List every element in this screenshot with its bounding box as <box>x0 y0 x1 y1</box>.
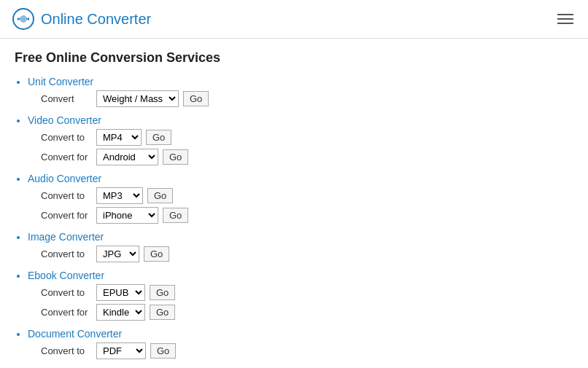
select-audio-converter-1[interactable]: iPhoneAndroidiPadSamsung <box>96 207 158 224</box>
go-button-document-converter-0[interactable]: Go <box>150 343 176 359</box>
go-button-image-converter-0[interactable]: Go <box>144 246 169 262</box>
go-button-audio-converter-1[interactable]: Go <box>163 208 188 223</box>
row-video-converter-1: Convert forAndroidiPhoneiPadSamsungGo <box>41 149 573 165</box>
section-title-video-converter[interactable]: Video Converter <box>28 114 573 126</box>
hamburger-line-3 <box>557 23 573 24</box>
row-image-converter-0: Convert toJPGPNGGIFBMPTIFFGo <box>41 246 573 262</box>
section-video-converter: Video ConverterConvert toMP4AVIMOVMKVWMV… <box>15 114 573 165</box>
row-ebook-converter-1: Convert forKindleNookKoboiPadGo <box>41 304 573 321</box>
row-ebook-converter-0: Convert toEPUBMOBIPDFAZW3Go <box>41 284 573 301</box>
row-video-converter-0: Convert toMP4AVIMOVMKVWMVGo <box>41 129 573 146</box>
go-button-ebook-converter-1[interactable]: Go <box>150 305 175 320</box>
select-image-converter-0[interactable]: JPGPNGGIFBMPTIFF <box>96 246 139 262</box>
section-title-ebook-converter[interactable]: Ebook Converter <box>28 270 573 281</box>
sections-container: Unit ConverterConvertWeight / MassLength… <box>15 76 573 359</box>
site-header: Online Converter <box>0 0 588 39</box>
section-document-converter: Document ConverterConvert toPDFDOCDOCXTX… <box>15 328 573 359</box>
go-button-video-converter-1[interactable]: Go <box>163 149 188 165</box>
row-label-unit-converter-0: Convert <box>41 93 92 104</box>
page-title: Free Online Conversion Services <box>15 50 573 66</box>
go-button-video-converter-0[interactable]: Go <box>146 130 171 145</box>
go-button-unit-converter-0[interactable]: Go <box>183 91 209 106</box>
hamburger-line-2 <box>557 18 573 20</box>
row-audio-converter-1: Convert foriPhoneAndroidiPadSamsungGo <box>41 207 573 224</box>
row-label-video-converter-1: Convert for <box>41 152 92 163</box>
logo-text: Online Converter <box>41 11 151 28</box>
section-title-document-converter[interactable]: Document Converter <box>28 328 573 340</box>
row-label-image-converter-0: Convert to <box>41 248 92 259</box>
row-label-ebook-converter-1: Convert for <box>41 307 92 318</box>
select-video-converter-1[interactable]: AndroidiPhoneiPadSamsung <box>96 149 158 165</box>
section-title-image-converter[interactable]: Image Converter <box>28 231 573 243</box>
row-label-audio-converter-0: Convert to <box>41 190 92 201</box>
logo-icon <box>12 7 35 31</box>
go-button-ebook-converter-0[interactable]: Go <box>150 285 175 300</box>
row-label-audio-converter-1: Convert for <box>41 210 92 221</box>
select-audio-converter-0[interactable]: MP3WAVAACFLACOGG <box>96 187 143 204</box>
section-audio-converter: Audio ConverterConvert toMP3WAVAACFLACOG… <box>15 173 573 224</box>
section-title-unit-converter[interactable]: Unit Converter <box>28 76 573 87</box>
row-audio-converter-0: Convert toMP3WAVAACFLACOGGGo <box>41 187 573 204</box>
row-label-document-converter-0: Convert to <box>41 345 92 356</box>
select-ebook-converter-0[interactable]: EPUBMOBIPDFAZW3 <box>96 284 145 301</box>
row-label-video-converter-0: Convert to <box>41 132 92 143</box>
section-title-audio-converter[interactable]: Audio Converter <box>28 173 573 184</box>
row-label-ebook-converter-0: Convert to <box>41 287 92 298</box>
go-button-audio-converter-0[interactable]: Go <box>147 188 173 203</box>
hamburger-menu[interactable] <box>554 11 576 27</box>
section-unit-converter: Unit ConverterConvertWeight / MassLength… <box>15 76 573 107</box>
section-ebook-converter: Ebook ConverterConvert toEPUBMOBIPDFAZW3… <box>15 270 573 321</box>
row-unit-converter-0: ConvertWeight / MassLengthTemperatureSpe… <box>41 90 573 107</box>
select-video-converter-0[interactable]: MP4AVIMOVMKVWMV <box>96 129 142 146</box>
row-document-converter-0: Convert toPDFDOCDOCXTXTRTFGo <box>41 342 573 359</box>
select-document-converter-0[interactable]: PDFDOCDOCXTXTRTF <box>96 342 146 359</box>
select-unit-converter-0[interactable]: Weight / MassLengthTemperatureSpeedVolum… <box>96 90 179 107</box>
hamburger-line-1 <box>557 14 573 15</box>
logo-area: Online Converter <box>12 7 151 31</box>
main-content: Free Online Conversion Services Unit Con… <box>0 39 588 368</box>
section-image-converter: Image ConverterConvert toJPGPNGGIFBMPTIF… <box>15 231 573 262</box>
select-ebook-converter-1[interactable]: KindleNookKoboiPad <box>96 304 145 321</box>
